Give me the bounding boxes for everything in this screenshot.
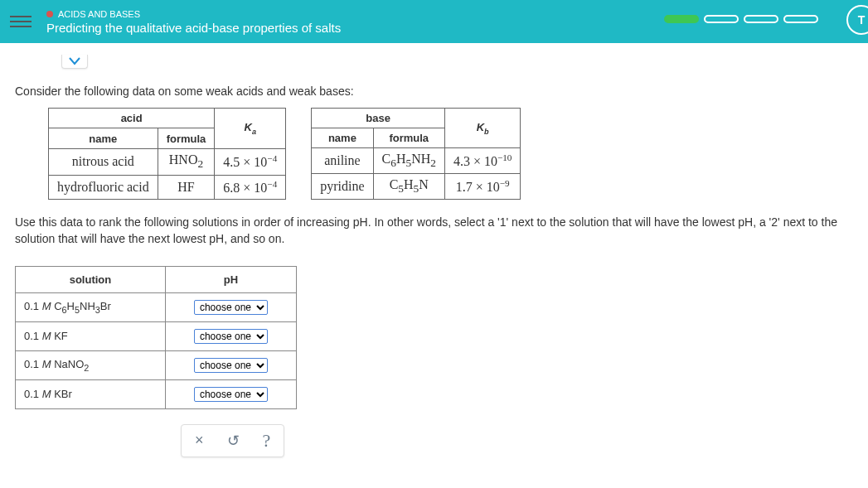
chevron-down-icon xyxy=(69,57,80,65)
ph-select[interactable]: choose one xyxy=(194,358,268,373)
progress-segment xyxy=(704,15,739,23)
table-row: aniline C6H5NH2 4.3 × 10−10 xyxy=(312,148,521,174)
table-row: 0.1 M KBr choose one xyxy=(16,379,297,408)
table-row: 0.1 M KF choose one xyxy=(16,321,297,350)
base-name: aniline xyxy=(312,148,373,174)
acid-name: hydrofluoric acid xyxy=(49,175,158,200)
help-icon: ? xyxy=(263,430,271,452)
solution-cell: 0.1 M C6H5NH3Br xyxy=(16,292,166,321)
user-badge[interactable]: T xyxy=(846,5,868,35)
acid-formula-header: formula xyxy=(158,128,215,148)
base-kb: 4.3 × 10−10 xyxy=(444,148,521,174)
header-category: ACIDS AND BASES xyxy=(46,9,341,19)
progress-segment xyxy=(744,15,778,23)
acid-formula: HNO2 xyxy=(158,148,215,175)
ka-header: Ka xyxy=(215,109,286,149)
table-row: nitrous acid HNO2 4.5 × 10−4 xyxy=(49,148,286,175)
acid-group-header: acid xyxy=(49,109,215,128)
solution-cell: 0.1 M KF xyxy=(16,321,166,350)
menu-icon[interactable] xyxy=(10,11,32,32)
content-area: Consider the following data on some weak… xyxy=(0,43,868,469)
app-header: ACIDS AND BASES Predicting the qualitati… xyxy=(0,0,868,43)
expand-toggle[interactable] xyxy=(61,55,88,69)
action-bar: × ↺ ? xyxy=(181,424,284,457)
base-kb: 1.7 × 10−9 xyxy=(444,174,521,200)
table-row: 0.1 M C6H5NH3Br choose one xyxy=(16,292,297,321)
intro-text: Consider the following data on some weak… xyxy=(15,85,853,98)
progress-segment xyxy=(783,15,818,23)
solution-header: solution xyxy=(16,266,166,292)
ph-select[interactable]: choose one xyxy=(194,387,268,402)
base-name-header: name xyxy=(312,128,373,148)
rank-table: solution pH 0.1 M C6H5NH3Br choose one 0… xyxy=(15,266,297,409)
solution-cell: 0.1 M NaNO2 xyxy=(16,350,166,379)
clear-button[interactable]: × xyxy=(195,430,204,452)
ph-select[interactable]: choose one xyxy=(194,300,268,315)
table-row: 0.1 M NaNO2 choose one xyxy=(16,350,297,379)
progress-segment xyxy=(664,15,699,23)
base-name: pyridine xyxy=(312,174,373,200)
ph-select[interactable]: choose one xyxy=(194,329,268,344)
base-formula-header: formula xyxy=(373,128,444,148)
close-icon: × xyxy=(195,432,204,449)
ph-cell: choose one xyxy=(165,321,296,350)
rank-instructions: Use this data to rank the following solu… xyxy=(15,215,853,247)
acid-name-header: name xyxy=(49,128,158,148)
acid-ka: 4.5 × 10−4 xyxy=(215,148,286,175)
base-table: base Kb name formula aniline C6H5NH2 4.3… xyxy=(311,108,521,200)
base-formula: C6H5NH2 xyxy=(373,148,444,174)
ph-header: pH xyxy=(165,266,296,292)
ph-cell: choose one xyxy=(165,350,296,379)
acid-table: acid Ka name formula nitrous acid HNO2 4… xyxy=(48,108,286,200)
acid-name: nitrous acid xyxy=(49,148,158,175)
ph-cell: choose one xyxy=(165,379,296,408)
acid-formula: HF xyxy=(158,175,215,200)
base-group-header: base xyxy=(312,109,445,128)
help-button[interactable]: ? xyxy=(263,430,271,452)
header-text: ACIDS AND BASES Predicting the qualitati… xyxy=(46,9,341,35)
table-row: hydrofluoric acid HF 6.8 × 10−4 xyxy=(49,175,286,200)
progress-indicator xyxy=(664,15,818,23)
kb-header: Kb xyxy=(444,109,521,148)
acid-ka: 6.8 × 10−4 xyxy=(215,175,286,200)
solution-cell: 0.1 M KBr xyxy=(16,379,166,408)
header-title: Predicting the qualitative acid-base pro… xyxy=(46,21,341,35)
table-row: pyridine C5H5N 1.7 × 10−9 xyxy=(312,174,521,200)
reset-icon: ↺ xyxy=(227,432,240,450)
ph-cell: choose one xyxy=(165,292,296,321)
base-formula: C5H5N xyxy=(373,174,444,200)
data-tables: acid Ka name formula nitrous acid HNO2 4… xyxy=(48,108,853,200)
reset-button[interactable]: ↺ xyxy=(227,430,240,452)
